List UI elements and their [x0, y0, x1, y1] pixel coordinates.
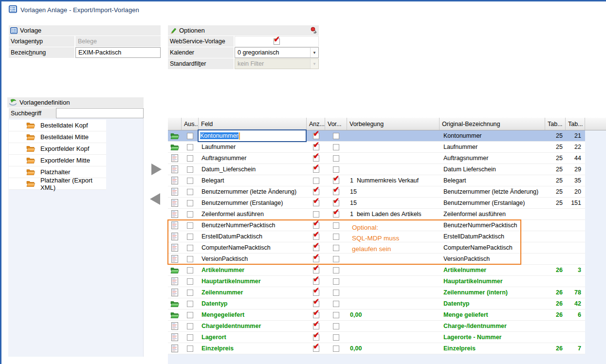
folder-item[interactable]: Bestelldatei Mitte [9, 131, 106, 143]
aus-checkbox[interactable] [187, 267, 193, 273]
column-header-icon[interactable] [168, 118, 182, 130]
table-row[interactable]: ArtikelnummerArtikelnummer263 [168, 265, 585, 276]
feld-edit-input[interactable]: Kontonummer [198, 129, 307, 142]
kalender-combobox[interactable]: 0 gregorianisch ▼ [235, 47, 319, 58]
column-header-Tab[interactable]: Tab... [545, 118, 566, 130]
table-row[interactable]: Mengegeliefert0,00Menge geliefert266 [168, 309, 585, 321]
column-header-Original-Bezeichnung[interactable]: Original-Bezeichnung [440, 118, 545, 130]
anzeigen-checkbox[interactable] [313, 178, 319, 184]
column-header-Vor[interactable]: Vor... [325, 118, 347, 130]
table-row[interactable]: Belegart1 Nummernkreis VerkaufBelegart25… [168, 175, 585, 186]
anzeigen-checkbox[interactable] [313, 189, 319, 195]
table-row[interactable]: AuftragsnummerAuftragsnummer2544 [168, 153, 585, 164]
anzeigen-checkbox[interactable] [313, 323, 319, 329]
aus-checkbox[interactable] [187, 301, 193, 307]
table-row[interactable]: Benutzernummer (letzte Änderung)15Benutz… [168, 186, 585, 198]
aus-checkbox[interactable] [187, 178, 193, 184]
aus-checkbox[interactable] [187, 155, 193, 162]
table-row[interactable]: LagerortLagerorte - Nummer [168, 332, 585, 343]
aus-checkbox[interactable] [187, 166, 193, 173]
folder-item[interactable]: Exportfelder Kopf [9, 143, 106, 155]
aus-checkbox[interactable] [187, 211, 193, 218]
transfer-left-button[interactable] [150, 193, 160, 205]
aus-checkbox[interactable] [187, 278, 193, 285]
aus-checkbox[interactable] [187, 245, 193, 251]
table-row[interactable]: Zeilenformel ausführen1 beim Laden des A… [168, 209, 585, 220]
table-row[interactable]: LaufnummerLaufnummer2522 [168, 142, 585, 153]
vorbelegung-checkbox[interactable] [333, 267, 339, 273]
aus-checkbox[interactable] [187, 144, 193, 150]
folder-item[interactable]: Platzhalter (Export XML) [9, 178, 106, 190]
search-input[interactable] [56, 108, 144, 118]
aus-checkbox[interactable] [187, 290, 193, 296]
anzeigen-checkbox[interactable] [313, 312, 319, 318]
vorbelegung-checkbox[interactable] [333, 234, 339, 240]
anzeigen-checkbox[interactable] [313, 155, 319, 162]
vorbelegung-checkbox[interactable] [333, 312, 339, 318]
vorbelegung-checkbox[interactable] [333, 278, 339, 285]
folder-item[interactable]: Bestelldatei Kopf [9, 120, 106, 131]
aus-checkbox[interactable] [187, 133, 193, 139]
aus-checkbox[interactable] [187, 256, 193, 262]
anzeigen-checkbox[interactable] [313, 301, 319, 307]
table-row[interactable]: KontonummerKontonummer2521 [168, 130, 585, 142]
vorbelegung-checkbox[interactable] [333, 256, 339, 262]
table-row[interactable]: Einzelpreis0,00Einzelpreis267 [168, 343, 585, 354]
aus-checkbox[interactable] [187, 200, 193, 206]
anzeigen-checkbox[interactable] [313, 166, 319, 173]
vorbelegung-checkbox[interactable] [333, 301, 339, 307]
anzeigen-checkbox[interactable] [313, 144, 319, 150]
vorbelegung-checkbox[interactable] [333, 346, 339, 352]
anzeigen-checkbox[interactable] [313, 133, 319, 139]
aus-checkbox[interactable] [187, 312, 193, 318]
anzeigen-checkbox[interactable] [313, 211, 319, 218]
table-row[interactable]: DatentypDatentyp2642 [168, 298, 585, 309]
vorbelegung-checkbox[interactable] [333, 245, 339, 251]
column-header-Vorbelegung[interactable]: Vorbelegung [347, 118, 440, 130]
vorbelegung-checkbox[interactable] [333, 144, 339, 150]
vorbelegung-checkbox[interactable] [333, 211, 339, 218]
vorbelegung-checkbox[interactable] [333, 200, 339, 206]
aus-checkbox[interactable] [187, 334, 193, 341]
folder-item[interactable]: Exportfelder Mitte [9, 155, 106, 166]
table-row[interactable]: VersionPacktischVersionPacktisch [168, 254, 585, 265]
aus-checkbox[interactable] [187, 189, 193, 195]
vorbelegung-checkbox[interactable] [333, 133, 339, 139]
column-header-Anz[interactable]: Anz... [307, 118, 325, 130]
anzeigen-checkbox[interactable] [313, 267, 319, 273]
anzeigen-checkbox[interactable] [313, 346, 319, 352]
aus-checkbox[interactable] [187, 222, 193, 229]
anzeigen-checkbox[interactable] [313, 256, 319, 262]
anzeigen-checkbox[interactable] [313, 290, 319, 296]
vorbelegung-checkbox[interactable] [333, 323, 339, 329]
anzeigen-checkbox[interactable] [313, 334, 319, 341]
aus-checkbox[interactable] [187, 323, 193, 329]
webservice-checkbox[interactable] [274, 38, 280, 45]
vorbelegung-checkbox[interactable] [333, 189, 339, 195]
vorbelegung-checkbox[interactable] [333, 166, 339, 173]
anzeigen-checkbox[interactable] [313, 245, 319, 251]
column-header-Tab[interactable]: Tab... [566, 118, 585, 130]
vorbelegung-checkbox[interactable] [333, 222, 339, 229]
chevron-down-icon[interactable]: ▼ [310, 48, 318, 57]
anzeigen-checkbox[interactable] [313, 200, 319, 206]
vorbelegung-checkbox[interactable] [333, 155, 339, 162]
anzeigen-checkbox[interactable] [313, 222, 319, 229]
table-row[interactable]: Benutzernummer (Erstanlage)15Benutzernum… [168, 198, 585, 209]
anzeigen-checkbox[interactable] [313, 234, 319, 240]
table-row[interactable]: Datum_LieferscheinDatum Lieferschein2529 [168, 164, 585, 175]
anzeigen-checkbox[interactable] [313, 278, 319, 285]
bezeichnung-input[interactable]: EXIM-Packtisch [75, 47, 161, 58]
aus-checkbox[interactable] [187, 234, 193, 240]
column-header-Aus[interactable]: Aus... [182, 118, 199, 130]
transfer-right-button[interactable] [151, 164, 162, 175]
vorbelegung-checkbox[interactable] [333, 334, 339, 341]
table-row[interactable]: ChargeIdentnummerCharge-/Identnummer [168, 321, 585, 332]
vorbelegung-checkbox[interactable] [333, 290, 339, 296]
vorbelegung-checkbox[interactable] [333, 178, 339, 184]
column-header-Feld[interactable]: Feld [199, 118, 307, 130]
pin-icon[interactable] [311, 27, 317, 34]
table-row[interactable]: HauptartikelnummerHauptartikelnummer [168, 276, 585, 287]
table-row[interactable]: ZeilennummerZeilennummer (intern)2678 [168, 287, 585, 298]
aus-checkbox[interactable] [187, 346, 193, 352]
